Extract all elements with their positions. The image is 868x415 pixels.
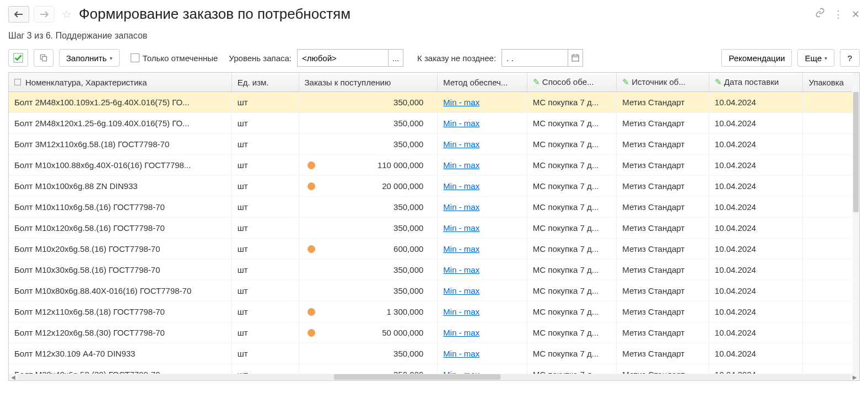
table-row[interactable]: Болт М10х80х6g.88.40Х-016(16) ГОСТ7798-7… [9,281,859,301]
method-link[interactable]: Min - max [443,265,479,274]
cell-unit: шт [231,218,299,239]
table-row[interactable]: Болт М10х100х6g.88 ZN DIN933 шт 20 000,0… [9,176,859,197]
stock-level-input[interactable] [297,49,388,67]
table-row[interactable]: Болт 2М48х120х1.25-6g.109.40Х.016(75) ГО… [9,113,859,134]
qty-value: 20 000,000 [382,181,423,191]
table-row[interactable]: Болт М12х110х6g.58.(18) ГОСТ7798-70 шт 1… [9,301,859,322]
table-row[interactable]: Болт М10х110х6g.58.(16) ГОСТ7798-70 шт 3… [9,197,859,218]
copy-button[interactable] [34,49,53,67]
cell-supply: МС покупка 7 д... [527,134,616,155]
col-source[interactable]: ✎Источник об... [617,73,709,92]
check-all-button[interactable] [8,49,28,67]
method-link[interactable]: Min - max [443,139,479,149]
order-date-calendar-button[interactable] [568,49,583,67]
only-checked-label: Только отмеченные [143,53,218,63]
cell-packaging [803,260,859,281]
cell-packaging [803,155,859,176]
nav-back-button[interactable] [8,6,29,23]
method-link[interactable]: Min - max [443,328,479,337]
cell-method: Min - max [438,155,527,176]
col-nomenclature[interactable]: Номенклатура, Характеристика [9,73,231,92]
cell-nomenclature: Болт 3М12х110х6g.58.(18) ГОСТ7798-70 [9,134,231,155]
only-checked-checkbox[interactable] [131,53,139,62]
favorite-star-icon[interactable]: ☆ [62,8,72,21]
table-row[interactable]: Болт 3М12х110х6g.58.(18) ГОСТ7798-70 шт … [9,134,859,155]
cell-nomenclature: Болт 2М48х120х1.25-6g.109.40Х.016(75) ГО… [9,113,231,134]
qty-value: 350,000 [393,223,423,233]
method-link[interactable]: Min - max [443,244,479,254]
status-dot-icon [308,245,315,253]
cell-nomenclature: Болт М12х110х6g.58.(18) ГОСТ7798-70 [9,301,231,322]
svg-rect-3 [572,55,579,61]
method-link[interactable]: Min - max [443,118,479,128]
stock-level-more-button[interactable]: ... [388,49,403,67]
cell-source: Метиз Стандарт [617,343,709,364]
table-row[interactable]: Болт 2М48х100.109х1.25-6g.40Х.016(75) ГО… [9,92,859,113]
col-supply[interactable]: ✎Способ обе... [527,73,616,92]
col-packaging[interactable]: Упаковка [803,73,859,92]
more-button[interactable]: Еще ▾ [797,49,834,67]
cell-unit: шт [231,281,299,301]
cell-nomenclature: Болт М10х20х6g.58.(16) ГОСТ7798-70 [9,239,231,260]
qty-value: 350,000 [393,349,423,358]
horizontal-scrollbar[interactable]: ◀ ▶ [9,374,859,380]
method-link[interactable]: Min - max [443,181,479,191]
table-row[interactable]: Болт М10х100.88х6g.40Х-016(16) ГОСТ7798.… [9,155,859,176]
col-date[interactable]: ✎Дата поставки [709,73,803,92]
table-row[interactable]: Болт М12х30.109 А4-70 DIN933 шт 350,000 … [9,343,859,364]
recommendations-button[interactable]: Рекомендации [721,49,792,67]
scrollbar-thumb[interactable] [853,92,859,212]
cell-unit: шт [231,113,299,134]
cell-date: 10.04.2024 [709,281,803,301]
cell-source: Метиз Стандарт [617,322,709,343]
cell-supply: МС покупка 7 д... [527,113,616,134]
table-row[interactable]: Болт М10х30х6g.58.(16) ГОСТ7798-70 шт 35… [9,260,859,281]
link-icon[interactable] [815,8,825,20]
status-dot-icon [308,329,315,337]
method-link[interactable]: Min - max [443,349,479,358]
cell-supply: МС покупка 7 д... [527,281,616,301]
orders-table: Номенклатура, Характеристика Ед. изм. За… [9,73,859,381]
dropdown-arrow-icon: ▾ [824,55,827,61]
fill-button[interactable]: Заполнить ▾ [59,49,120,67]
method-link[interactable]: Min - max [443,307,479,316]
close-icon[interactable]: ✕ [851,8,860,20]
cell-packaging [803,176,859,197]
method-link[interactable]: Min - max [443,202,479,212]
cell-date: 10.04.2024 [709,176,803,197]
method-link[interactable]: Min - max [443,98,479,107]
help-button[interactable]: ? [840,49,860,67]
cell-method: Min - max [438,281,527,301]
cell-method: Min - max [438,113,527,134]
table-row[interactable]: Болт М10х20х6g.58.(16) ГОСТ7798-70 шт 60… [9,239,859,260]
tree-toggle-icon[interactable] [14,79,21,85]
status-dot-icon [308,161,315,169]
method-link[interactable]: Min - max [443,160,479,170]
qty-value: 600,000 [393,244,423,254]
stock-level-label: Уровень запаса: [229,53,292,63]
header-bar: ☆ Формирование заказов по потребностям ⋮… [0,0,868,28]
nav-forward-button[interactable] [34,6,55,23]
cell-supply: МС покупка 7 д... [527,218,616,239]
pencil-icon: ✎ [715,77,722,87]
method-link[interactable]: Min - max [443,223,479,233]
scroll-left-icon[interactable]: ◀ [9,374,18,380]
scrollbar-thumb[interactable] [334,374,500,380]
vertical-scrollbar[interactable] [853,73,859,374]
cell-supply: МС покупка 7 д... [527,176,616,197]
order-date-input[interactable] [502,49,568,67]
col-orders[interactable]: Заказы к поступлению [299,73,438,92]
table-row[interactable]: Болт М12х120х6g.58.(30) ГОСТ7798-70 шт 5… [9,322,859,343]
col-method[interactable]: Метод обеспеч... [438,73,527,92]
scrollbar-track[interactable] [18,374,850,380]
fill-button-label: Заполнить [66,53,107,63]
cell-source: Метиз Стандарт [617,92,709,113]
cell-supply: МС покупка 7 д... [527,197,616,218]
table-row[interactable]: Болт М10х120х6g.58.(16) ГОСТ7798-70 шт 3… [9,218,859,239]
qty-value: 110 000,000 [378,160,423,170]
method-link[interactable]: Min - max [443,286,479,295]
kebab-menu-icon[interactable]: ⋮ [833,8,843,20]
cell-quantity: 350,000 [299,343,438,364]
col-unit[interactable]: Ед. изм. [231,73,299,92]
scroll-right-icon[interactable]: ▶ [850,374,859,380]
